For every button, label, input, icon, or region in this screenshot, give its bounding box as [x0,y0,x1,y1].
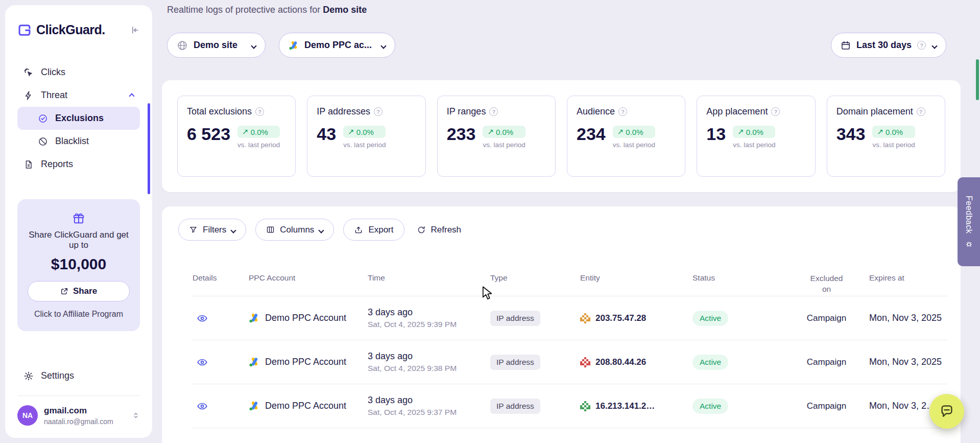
click-cursor-icon [23,67,34,78]
subtitle-text: Realtime logs of protective actions for [167,5,320,15]
funnel-icon [189,225,198,234]
share-button[interactable]: Share [28,281,130,301]
account-name: Demo PPC Account [265,357,346,367]
eye-icon[interactable] [197,357,249,368]
time-absolute: Sat, Oct 4, 2025 9:39 PM [368,320,490,329]
time-relative: 3 days ago [368,395,490,406]
ppc-account-selector-dropdown[interactable]: Demo PPC ac... [279,33,395,58]
excluded-on-cell: Campaign [787,357,866,367]
site-selector-dropdown[interactable]: Demo site [167,33,266,58]
globe-icon [177,40,188,51]
expires-at-cell: Mon, Nov 3, 2025 [866,313,947,323]
exclusions-log-card: Filters Columns Export [162,206,961,443]
eye-icon[interactable] [197,313,249,324]
stat-caption: vs. last period [237,141,280,149]
help-icon[interactable]: ? [489,107,498,116]
help-icon[interactable]: ? [618,107,627,116]
stat-tile-ip-ranges: IP ranges ? 233 ↗ 0.0% vs. last period [437,96,556,177]
column-header-time: Time [368,273,490,283]
stat-label: IP addresses [317,106,370,117]
stat-tile-audience: Audience ? 234 ↗ 0.0% vs. last period [567,96,685,177]
delta-value: 0.0% [496,128,513,136]
stat-value: 6 523 [187,125,230,143]
eye-icon[interactable] [197,401,249,412]
sidebar-scrollbar-thumb[interactable] [148,103,150,194]
delta-badge: ↗ 0.0% [613,126,655,138]
column-header-excluded-on: Excluded on [787,273,866,295]
date-range-dropdown[interactable]: Last 30 days ? [831,33,946,58]
site-selector-value: Demo site [194,40,237,51]
collapse-sidebar-icon[interactable] [130,25,140,35]
table-row-partial: 3 days ago [193,428,947,443]
feedback-tab-label: Feedback [964,196,973,234]
time-cell: 3 days ago Sat, Oct 4, 2025 9:39 PM [368,307,490,329]
sidebar-item-threat[interactable]: Threat [17,84,140,107]
user-account[interactable]: NA gmail.com naatali.ro@gmail.com [17,395,140,426]
ip-identicon [580,401,590,411]
table-row: Demo PPC Account 3 days ago Sat, Oct 4, … [193,296,947,340]
export-icon [354,225,363,235]
feedback-tab[interactable]: Feedback [958,177,980,266]
help-icon[interactable]: ? [917,41,926,50]
lightning-bolt-icon [23,90,34,101]
sidebar-item-clicks[interactable]: Clicks [17,61,140,84]
calendar-icon [841,40,851,51]
ppc-account-cell: Demo PPC Account [249,357,368,367]
stat-caption: vs. last period [483,141,525,149]
details-cell [193,313,249,324]
chevron-down-icon [319,225,323,235]
ip-identicon [580,357,590,367]
sidebar-item-label: Threat [41,90,67,101]
trend-up-icon: ↗ [617,127,624,136]
help-icon[interactable]: ? [917,107,925,116]
column-header-status: Status [692,273,787,283]
chat-bubble-icon [939,404,954,419]
status-badge: Active [692,311,728,326]
type-cell: IP address [490,311,580,326]
delta-badge: ↗ 0.0% [872,126,915,138]
affiliate-program-link[interactable]: Click to Affiliate Program [28,310,130,319]
filters-button[interactable]: Filters [178,219,246,241]
refresh-button[interactable]: Refresh [412,219,467,241]
sidebar-item-exclusions[interactable]: Exclusions [17,107,140,130]
delta-value: 0.0% [251,128,268,136]
delta-badge: ↗ 0.0% [237,126,280,138]
columns-button[interactable]: Columns [255,219,334,241]
ban-icon [38,136,48,147]
chevron-down-icon [381,40,386,51]
time-cell: 3 days ago Sat, Oct 4, 2025 9:38 PM [368,351,490,373]
table-row: Demo PPC Account 3 days ago Sat, Oct 4, … [193,384,947,428]
stat-caption: vs. last period [613,141,655,149]
help-icon[interactable]: ? [771,107,780,116]
gift-icon [28,212,130,225]
entity-value: 208.80.44.26 [595,357,646,367]
promo-amount: $10,000 [28,255,130,273]
help-icon[interactable]: ? [255,107,264,116]
type-badge: IP address [490,311,540,326]
page-scrollbar-thumb[interactable] [976,59,979,100]
status-cell: Active [692,399,787,414]
sidebar-item-settings[interactable]: Settings [17,364,140,387]
details-cell [193,357,249,368]
brand-header: ClickGuard. [17,22,140,37]
delta-value: 0.0% [626,128,643,136]
google-ads-icon [289,40,299,51]
ppc-account-selector-value: Demo PPC ac... [304,40,372,51]
stat-label: Domain placement [836,106,913,117]
sidebar-item-blacklist[interactable]: Blacklist [17,130,140,153]
account-name: Demo PPC Account [265,401,346,411]
chat-launcher-button[interactable] [929,394,964,429]
column-header-ppc-account: PPC Account [249,273,368,283]
help-icon[interactable]: ? [374,107,383,116]
brand-name: ClickGuard. [36,22,105,37]
export-button[interactable]: Export [343,219,404,241]
stat-value: 343 [836,125,866,143]
type-cell: IP address [490,399,580,414]
excluded-on-cell: Campaign [787,313,866,323]
sidebar-item-reports[interactable]: Reports [17,153,140,176]
ppc-account-cell: Demo PPC Account [249,313,368,323]
entity-cell: 203.75.47.28 [580,313,692,323]
type-badge: IP address [490,399,540,414]
share-button-label: Share [73,286,97,296]
table-toolbar: Filters Columns Export [178,219,947,241]
